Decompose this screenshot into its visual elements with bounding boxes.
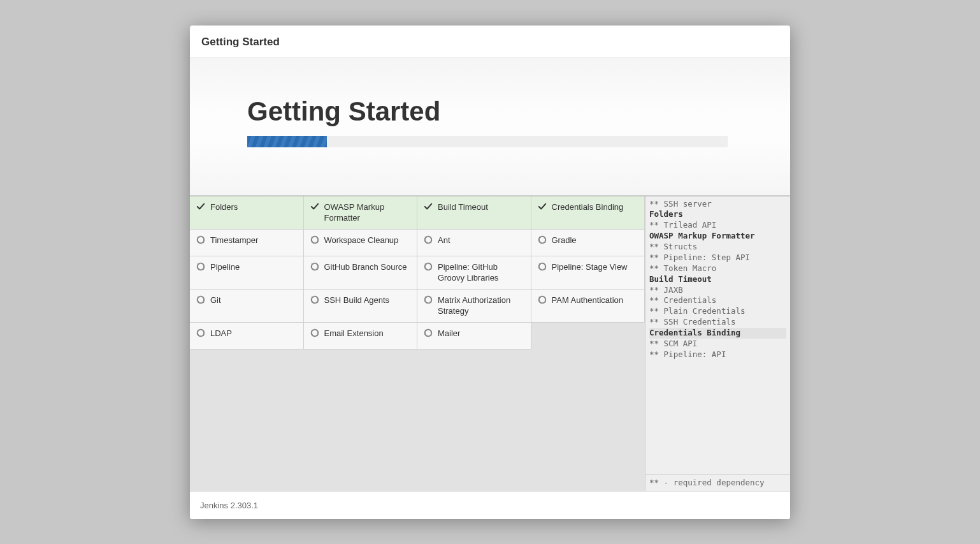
check-icon [538,202,547,211]
loading-icon [196,328,205,337]
log-line: ** Structs [649,242,786,253]
plugin-cell: Credentials Binding [531,196,645,230]
plugin-label: Pipeline: Stage View [552,261,628,273]
log-line: ** Trilead API [649,220,786,231]
plugin-cell: Email Extension [304,323,418,349]
plugin-label: Timestamper [210,235,258,246]
log-line: OWASP Markup Formatter [649,231,786,242]
plugin-label: LDAP [210,328,232,339]
plugin-label: Workspace Cleanup [324,235,399,246]
plugin-label: GitHub Branch Source [324,261,407,273]
plugin-label: Pipeline [210,261,240,273]
loading-icon [424,262,433,271]
install-body: FoldersOWASP Markup FormatterBuild Timeo… [190,196,790,491]
install-progress-fill [247,136,327,147]
loading-icon [538,262,547,271]
log-line: ** Pipeline: API [649,349,786,360]
dialog-footer: Jenkins 2.303.1 [190,491,790,519]
install-log-lines: ** SSH serverFolders** Trilead APIOWASP … [645,196,790,474]
log-line: ** Credentials [649,295,786,306]
log-line: Build Timeout [649,274,786,285]
log-line: ** JAXB [649,285,786,296]
check-icon [196,202,205,211]
plugin-cell: SSH Build Agents [304,290,418,323]
plugin-label: Gradle [552,235,577,246]
plugin-label: Build Timeout [438,202,488,213]
log-line: ** SSH Credentials [649,317,786,328]
plugin-cell: OWASP Markup Formatter [304,196,418,230]
plugin-label: SSH Build Agents [324,295,390,306]
setup-wizard-dialog: Getting Started Getting Started FoldersO… [190,26,790,519]
plugin-label: OWASP Markup Formatter [324,202,411,224]
plugin-label: Git [210,295,221,306]
loading-icon [310,295,319,304]
check-icon [310,202,319,211]
plugin-cell: PAM Authentication [531,290,645,323]
plugin-cell: Build Timeout [417,196,531,230]
install-log-pane: ** SSH serverFolders** Trilead APIOWASP … [645,196,790,491]
loading-icon [310,328,319,337]
dialog-header: Getting Started [190,26,790,58]
log-line: Credentials Binding [649,328,786,339]
log-line: ** Pipeline: Step API [649,253,786,263]
plugin-cell: Ant [417,230,531,256]
loading-icon [424,328,433,337]
plugin-cell: GitHub Branch Source [304,256,418,290]
plugin-grid: FoldersOWASP Markup FormatterBuild Timeo… [190,196,645,491]
plugin-cell: Pipeline [190,256,304,290]
log-line: ** Token Macro [649,263,786,274]
loading-icon [424,235,433,244]
log-line: ** SCM API [649,339,786,349]
loading-icon [196,262,205,271]
plugin-label: Matrix Authorization Strategy [438,295,524,317]
plugin-cell: Pipeline: Stage View [531,256,645,290]
install-log-footer: ** - required dependency [645,474,790,491]
plugin-cell: Mailer [417,323,531,349]
plugin-cell: LDAP [190,323,304,349]
hero-title: Getting Started [247,96,790,127]
plugin-label: Email Extension [324,328,384,339]
plugin-label: Mailer [438,328,460,339]
install-progress-bar [247,136,728,147]
log-line: ** Plain Credentials [649,306,786,317]
loading-icon [538,235,547,244]
loading-icon [424,295,433,304]
log-line: ** SSH server [649,199,786,210]
plugin-cell: Timestamper [190,230,304,256]
plugin-label: Ant [438,235,450,246]
plugin-cell: Matrix Authorization Strategy [417,290,531,323]
plugin-cell: Workspace Cleanup [304,230,418,256]
plugin-cell: Git [190,290,304,323]
plugin-label: Folders [210,202,238,213]
dialog-title: Getting Started [201,36,280,48]
log-line: Folders [649,209,786,220]
plugin-cell: Folders [190,196,304,230]
jenkins-version: Jenkins 2.303.1 [200,501,258,510]
loading-icon [196,295,205,304]
check-icon [424,202,433,211]
loading-icon [538,295,547,304]
plugin-cell: Pipeline: GitHub Groovy Libraries [417,256,531,290]
loading-icon [196,235,205,244]
plugin-cell: Gradle [531,230,645,256]
plugin-label: Credentials Binding [552,202,624,213]
plugin-label: PAM Authentication [552,295,624,306]
loading-icon [310,262,319,271]
loading-icon [310,235,319,244]
plugin-label: Pipeline: GitHub Groovy Libraries [438,261,524,284]
hero-banner: Getting Started [190,58,790,196]
